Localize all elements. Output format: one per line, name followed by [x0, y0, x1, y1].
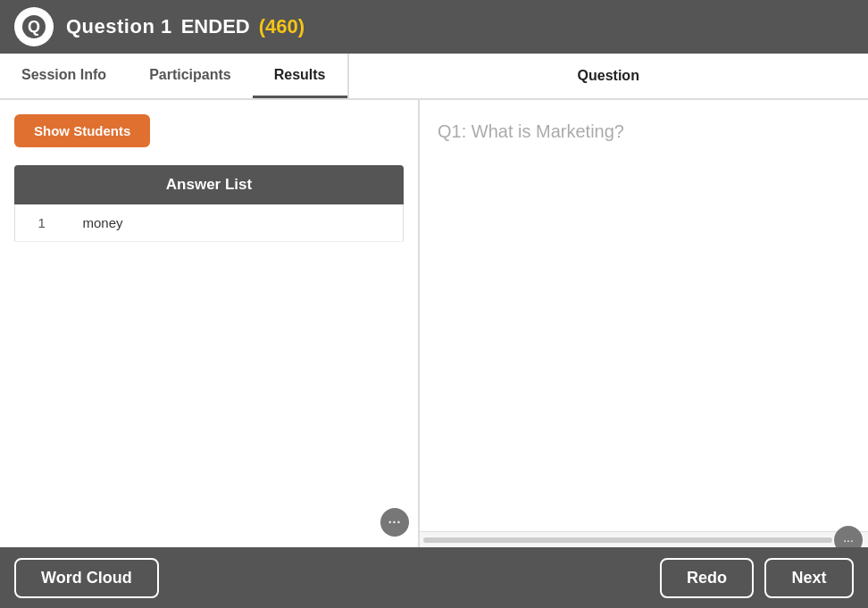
tab-question[interactable]: Question [347, 54, 868, 98]
question-status: ENDED [181, 15, 250, 38]
tab-participants[interactable]: Participants [128, 54, 253, 98]
right-panel: Q1: What is Marketing? ··· [420, 100, 868, 547]
question-display-text: Q1: What is Marketing? [420, 100, 868, 531]
tab-bar: Session Info Participants Results Questi… [0, 54, 868, 100]
answer-number: 1 [15, 204, 69, 242]
footer-left: Word Cloud [14, 558, 159, 598]
redo-button[interactable]: Redo [660, 558, 754, 598]
header: Q Question 1 ENDED (460) [0, 0, 868, 54]
main-content: Show Students Answer List 1money ··· Q1:… [0, 100, 868, 547]
more-options-right-button[interactable]: ··· [834, 526, 863, 548]
answer-list-table: 1money [14, 204, 404, 242]
show-students-button[interactable]: Show Students [14, 114, 150, 147]
next-button[interactable]: Next [764, 558, 854, 598]
app-logo: Q [14, 7, 54, 46]
answer-list-header: Answer List [14, 165, 404, 204]
answer-text: money [69, 204, 404, 242]
answer-list-container: Answer List 1money [14, 165, 404, 242]
tab-session-info[interactable]: Session Info [0, 54, 128, 98]
question-title: Question 1 [66, 15, 172, 38]
footer-right: Redo Next [660, 558, 854, 598]
scrollbar-area: ··· [420, 531, 868, 547]
svg-text:Q: Q [28, 18, 40, 36]
table-row: 1money [15, 204, 404, 242]
word-cloud-button[interactable]: Word Cloud [14, 558, 159, 598]
scrollbar-track[interactable] [423, 537, 832, 543]
left-panel-inner: Show Students Answer List 1money [0, 100, 418, 547]
footer: Word Cloud Redo Next [0, 547, 868, 608]
left-panel: Show Students Answer List 1money ··· [0, 100, 420, 547]
tab-results[interactable]: Results [253, 54, 347, 98]
more-options-left-button[interactable]: ··· [380, 508, 409, 537]
response-count: (460) [259, 15, 305, 38]
